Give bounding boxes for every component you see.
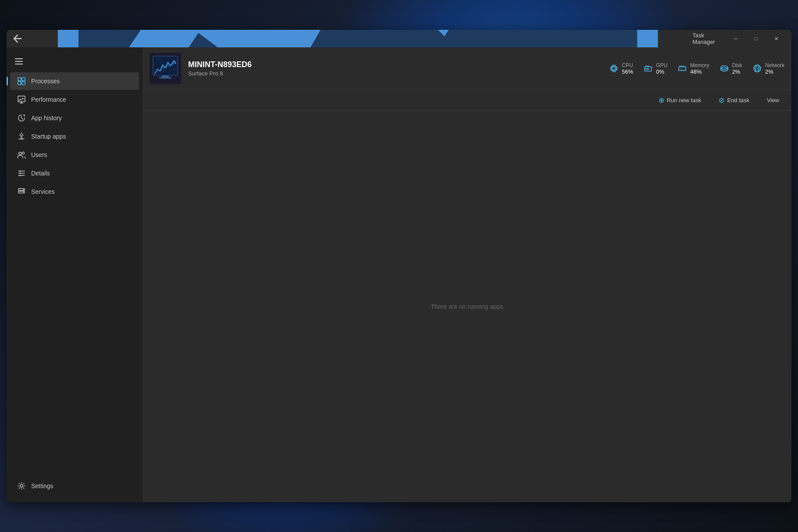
svg-rect-24 <box>159 77 171 79</box>
window-title: Task Manager <box>692 32 726 45</box>
task-manager-window: Task Manager ─ □ ✕ <box>7 30 791 502</box>
content-area: There are no running apps <box>142 111 791 502</box>
gpu-icon <box>644 64 652 73</box>
svg-rect-4 <box>22 82 25 85</box>
metric-network: Network 2% <box>753 62 784 75</box>
svg-point-14 <box>20 173 21 174</box>
metric-cpu-info: CPU 56% <box>622 62 633 75</box>
end-task-icon: ⊘ <box>719 96 724 104</box>
end-task-button[interactable]: ⊘ End task <box>713 93 755 107</box>
disk-value: 2% <box>732 68 742 75</box>
network-icon <box>753 64 762 73</box>
disk-label: Disk <box>732 62 742 68</box>
svg-rect-2 <box>22 78 25 81</box>
run-new-task-button[interactable]: ⊕ Run new task <box>653 93 707 107</box>
startup-apps-icon <box>17 132 26 141</box>
title-bar: Task Manager ─ □ ✕ <box>7 30 791 47</box>
sidebar-item-processes-label: Processes <box>31 78 60 85</box>
maximize-button[interactable]: □ <box>746 32 766 46</box>
metrics-bar: CPU 56% <box>609 62 784 75</box>
machine-icon-box <box>150 53 181 84</box>
svg-rect-23 <box>162 75 169 77</box>
gpu-label: GPU <box>656 62 667 68</box>
toolbar: ⊕ Run new task ⊘ End task View <box>142 90 791 111</box>
cpu-value: 56% <box>622 68 633 75</box>
metric-cpu: CPU 56% <box>609 62 633 75</box>
svg-point-13 <box>20 171 21 172</box>
cpu-icon <box>609 64 618 73</box>
svg-point-40 <box>646 68 647 70</box>
svg-rect-1 <box>18 78 21 81</box>
svg-point-41 <box>648 68 649 70</box>
hamburger-icon <box>15 58 23 64</box>
services-icon <box>17 187 26 196</box>
metric-memory: Memory 48% <box>678 62 709 75</box>
sidebar-item-startup-apps-label: Startup apps <box>31 133 66 140</box>
sidebar-item-processes[interactable]: Processes <box>10 72 139 90</box>
machine-icon <box>150 53 181 84</box>
view-label: View <box>767 97 779 104</box>
memory-label: Memory <box>690 62 709 68</box>
disk-icon <box>720 64 729 73</box>
machine-info: MININT-N893ED6 Surface Pro 8 <box>188 60 252 77</box>
minimize-button[interactable]: ─ <box>726 32 746 46</box>
sidebar-item-services-label: Services <box>31 188 55 195</box>
performance-icon <box>17 95 26 104</box>
network-label: Network <box>765 62 784 68</box>
sidebar: Processes Performance <box>7 47 142 502</box>
machine-name: MININT-N893ED6 <box>188 60 252 69</box>
metric-disk: Disk 2% <box>720 62 742 75</box>
svg-rect-3 <box>18 82 21 85</box>
app-history-icon <box>17 114 26 122</box>
sidebar-item-app-history-label: App history <box>31 114 62 121</box>
main-content: Processes Performance <box>7 47 791 502</box>
machine-header: MININT-N893ED6 Surface Pro 8 <box>142 47 791 90</box>
svg-point-20 <box>20 485 23 487</box>
back-button[interactable] <box>12 32 23 45</box>
gpu-value: 0% <box>656 68 667 75</box>
svg-rect-45 <box>679 67 686 71</box>
cpu-label: CPU <box>622 62 633 68</box>
sidebar-item-details-label: Details <box>31 170 50 177</box>
metric-memory-info: Memory 48% <box>690 62 709 75</box>
sidebar-item-settings-label: Settings <box>31 482 53 489</box>
close-button[interactable]: ✕ <box>766 32 786 46</box>
svg-rect-26 <box>613 67 615 70</box>
sidebar-item-services[interactable]: Services <box>10 183 139 200</box>
svg-point-15 <box>20 175 21 176</box>
sidebar-item-settings[interactable]: Settings <box>10 477 139 495</box>
metric-gpu: GPU 0% <box>644 62 667 75</box>
sidebar-item-performance-label: Performance <box>31 96 66 103</box>
svg-point-18 <box>23 189 24 190</box>
run-new-task-label: Run new task <box>667 97 702 104</box>
right-panel: MININT-N893ED6 Surface Pro 8 <box>142 47 791 502</box>
sidebar-bottom: Settings <box>7 477 142 499</box>
metric-network-info: Network 2% <box>765 62 784 75</box>
memory-value: 48% <box>690 68 709 75</box>
memory-icon <box>678 64 687 73</box>
sidebar-item-details[interactable]: Details <box>10 164 139 182</box>
settings-icon <box>17 482 26 490</box>
end-task-label: End task <box>727 97 749 104</box>
svg-point-19 <box>23 192 24 193</box>
sidebar-item-users[interactable]: Users <box>10 146 139 164</box>
window-controls: ─ □ ✕ <box>726 32 786 46</box>
hamburger-button[interactable] <box>10 53 28 70</box>
run-task-icon: ⊕ <box>659 96 664 104</box>
sidebar-item-startup-apps[interactable]: Startup apps <box>10 128 139 145</box>
metric-gpu-info: GPU 0% <box>656 62 667 75</box>
svg-point-8 <box>19 152 21 155</box>
sidebar-item-app-history[interactable]: App history <box>10 109 139 127</box>
empty-message: There are no running apps <box>431 303 503 310</box>
machine-model: Surface Pro 8 <box>188 70 252 77</box>
svg-point-9 <box>22 152 25 154</box>
view-button[interactable]: View <box>762 94 784 106</box>
network-value: 2% <box>765 68 784 75</box>
processes-icon <box>17 77 26 86</box>
users-icon <box>17 150 26 159</box>
sidebar-item-performance[interactable]: Performance <box>10 91 139 108</box>
details-icon <box>17 169 26 178</box>
sidebar-item-users-label: Users <box>31 151 47 158</box>
metric-disk-info: Disk 2% <box>732 62 742 75</box>
